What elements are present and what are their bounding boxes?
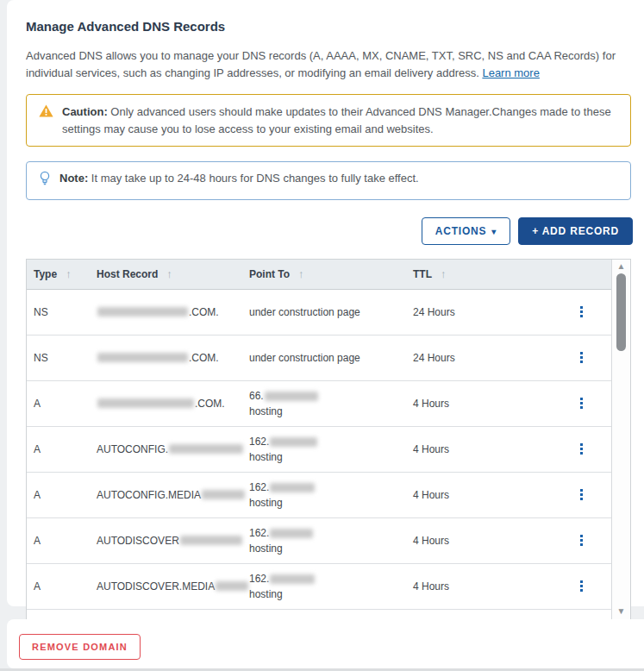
redacted-host-text xyxy=(180,536,242,545)
caution-label: Caution: xyxy=(62,105,108,118)
cell-type: A xyxy=(27,489,97,501)
table-body: Type↑ Host Record↑ Point To↑ TTL↑ NS .CO… xyxy=(27,260,612,619)
remove-domain-card: REMOVE DOMAIN xyxy=(7,619,644,668)
cell-type: A xyxy=(27,443,97,455)
table-row: A AUTODISCOVER 162.hosting 4 Hours xyxy=(27,518,611,564)
point-to-line1: 66. xyxy=(249,388,319,404)
host-suffix-text: .COM. xyxy=(195,398,225,410)
cell-actions xyxy=(551,394,611,412)
cell-host-record: .COM. xyxy=(97,306,249,318)
host-text: AUTOCONFIG. xyxy=(97,443,168,455)
actions-dropdown-button[interactable]: ACTIONS▾ xyxy=(422,217,510,245)
row-menu-kebab-icon[interactable] xyxy=(577,303,586,321)
row-menu-kebab-icon[interactable] xyxy=(577,440,586,458)
row-menu-kebab-icon[interactable] xyxy=(577,486,586,504)
point-to-line1: under construction page xyxy=(249,304,360,320)
warning-triangle-icon xyxy=(39,104,53,122)
table-row: NS .COM. under construction page 24 Hour… xyxy=(27,336,611,381)
redacted-point-text xyxy=(265,392,318,401)
redacted-host-text xyxy=(97,307,188,317)
point-to-text: 162. xyxy=(249,481,269,493)
cell-actions xyxy=(551,440,611,458)
scroll-down-icon[interactable]: ▼ xyxy=(617,607,626,616)
cell-actions xyxy=(551,348,611,367)
point-to-line1: 162. xyxy=(249,571,316,586)
point-to-text: 162. xyxy=(249,436,269,448)
column-header-host-record[interactable]: Host Record↑ xyxy=(97,267,249,280)
redacted-host-text xyxy=(202,490,245,499)
sort-icon[interactable]: ↑ xyxy=(166,267,172,280)
table-rows-container: NS .COM. under construction page 24 Hour… xyxy=(27,290,611,610)
point-to-line1: 162. xyxy=(249,434,318,449)
cell-ttl: 4 Hours xyxy=(413,398,551,410)
table-row: A AUTODISCOVER.MEDIA 162.hosting 4 Hours xyxy=(27,564,611,610)
point-to-line1: under construction page xyxy=(249,350,360,366)
redacted-host-text xyxy=(97,353,188,362)
cell-ttl: 4 Hours xyxy=(413,535,551,547)
cell-ttl: 24 Hours xyxy=(413,352,551,364)
point-to-line1: 162. xyxy=(249,480,316,495)
redacted-point-text xyxy=(270,574,315,584)
column-label: Point To xyxy=(249,268,290,280)
table-row: NS .COM. under construction page 24 Hour… xyxy=(27,290,611,336)
row-menu-kebab-icon[interactable] xyxy=(577,577,586,595)
redacted-point-text xyxy=(270,483,315,492)
column-header-ttl[interactable]: TTL↑ xyxy=(413,267,551,280)
table-row: A .COM. 66.hosting 4 Hours xyxy=(27,381,611,427)
point-to-line2: hosting xyxy=(249,449,283,465)
cell-point-to: 162.hosting xyxy=(249,571,413,602)
table-toolbar: ACTIONS▾ + ADD RECORD xyxy=(26,217,633,245)
dns-records-table: Type↑ Host Record↑ Point To↑ TTL↑ NS .CO… xyxy=(26,259,631,620)
cell-host-record: AUTODISCOVER xyxy=(97,535,249,547)
redacted-point-text xyxy=(270,437,317,447)
cell-host-record: AUTOCONFIG. xyxy=(97,443,249,455)
column-header-type[interactable]: Type↑ xyxy=(27,267,97,280)
dns-records-card: Manage Advanced DNS Records Advanced DNS… xyxy=(7,0,644,606)
cell-ttl: 4 Hours xyxy=(413,443,551,455)
cell-actions xyxy=(551,531,611,549)
cell-type: NS xyxy=(27,306,97,318)
cell-ttl: 4 Hours xyxy=(413,580,551,593)
advanced-dns-page: Manage Advanced DNS Records Advanced DNS… xyxy=(0,0,644,671)
column-header-point-to[interactable]: Point To↑ xyxy=(249,267,413,280)
cell-type: A xyxy=(27,580,97,593)
chevron-down-icon: ▾ xyxy=(491,227,497,236)
cell-type: A xyxy=(27,398,97,410)
remove-domain-button[interactable]: REMOVE DOMAIN xyxy=(19,634,141,660)
host-suffix-text: .COM. xyxy=(189,352,219,364)
host-suffix-text: .COM. xyxy=(189,306,219,318)
caution-banner: Caution: Only advanced users should make… xyxy=(26,94,631,147)
table-header-row: Type↑ Host Record↑ Point To↑ TTL↑ xyxy=(27,260,611,290)
sort-icon[interactable]: ↑ xyxy=(441,267,447,280)
learn-more-link[interactable]: Learn more xyxy=(482,66,539,79)
point-to-text: 162. xyxy=(249,527,269,539)
cell-actions xyxy=(551,303,611,321)
column-label: TTL xyxy=(413,268,432,280)
table-row: A AUTOCONFIG.MEDIA 162.hosting 4 Hours xyxy=(27,473,611,518)
scroll-up-icon[interactable]: ▲ xyxy=(617,262,626,271)
column-label: Type xyxy=(34,268,57,280)
add-record-button[interactable]: + ADD RECORD xyxy=(518,217,633,245)
scrollbar-thumb[interactable] xyxy=(616,273,626,351)
point-to-text: 66. xyxy=(249,390,264,402)
cell-actions xyxy=(551,486,611,504)
cell-host-record: .COM. xyxy=(97,352,249,364)
sort-icon[interactable]: ↑ xyxy=(298,267,304,280)
table-scrollbar[interactable]: ▲ ▼ xyxy=(612,260,630,619)
caution-body: Only advanced users should make updates … xyxy=(62,105,611,135)
row-menu-kebab-icon[interactable] xyxy=(577,394,586,412)
row-menu-kebab-icon[interactable] xyxy=(577,348,586,367)
point-to-text: under construction page xyxy=(249,306,360,318)
note-label: Note: xyxy=(59,172,88,185)
page-description: Advanced DNS allows you to manage your D… xyxy=(19,34,638,82)
cell-point-to: under construction page xyxy=(249,350,413,366)
point-to-line2: hosting xyxy=(249,541,283,556)
host-text: AUTODISCOVER.MEDIA xyxy=(97,580,215,593)
point-to-line1: 162. xyxy=(249,525,314,541)
sort-icon[interactable]: ↑ xyxy=(66,267,72,280)
cell-host-record: .COM. xyxy=(97,398,249,410)
row-menu-kebab-icon[interactable] xyxy=(577,531,586,549)
redacted-host-text xyxy=(169,444,243,454)
note-body: It may take up to 24-48 hours for DNS ch… xyxy=(88,172,418,185)
page-title: Manage Advanced DNS Records xyxy=(19,12,638,34)
